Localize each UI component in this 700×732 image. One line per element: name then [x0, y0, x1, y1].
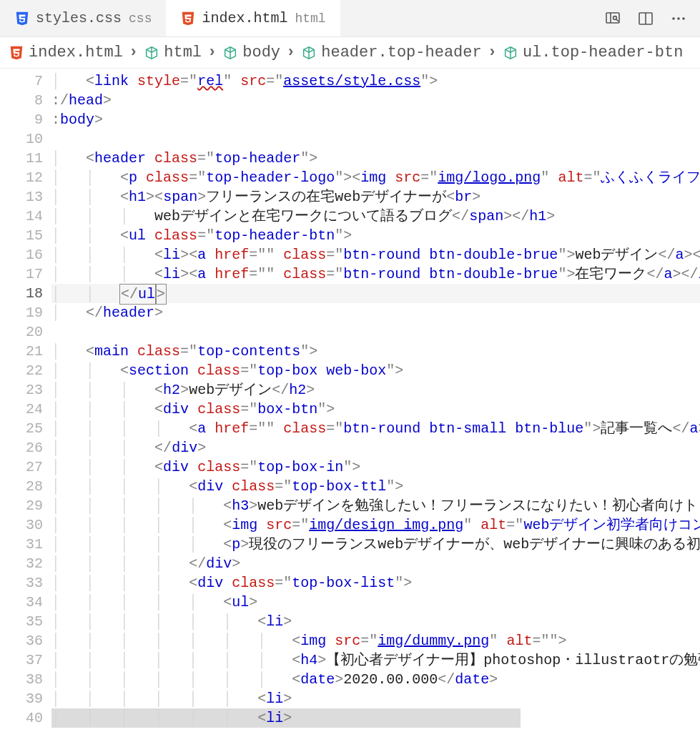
code-line[interactable]: │ │ │ webデザインと在宅ワークについて語るブログ</span></h1> — [51, 207, 700, 226]
html-file-icon — [9, 45, 24, 61]
chevron-right-icon: › — [285, 44, 297, 61]
tab-styles-css[interactable]: styles.css css — [0, 0, 166, 36]
code-line[interactable]: │ │ │ <li><a href="" class="btn-round bt… — [51, 264, 700, 284]
code-line[interactable]: │ │ │ │ │ │ <li> — [51, 708, 700, 728]
breadcrumb-label: html — [164, 44, 202, 61]
breadcrumb-item[interactable]: header.top-header — [301, 44, 481, 61]
breadcrumb-label: header.top-header — [321, 44, 481, 61]
more-actions-icon[interactable] — [670, 10, 687, 27]
breadcrumb-item[interactable]: html — [144, 44, 202, 61]
code-line[interactable]: │ </header> — [51, 303, 700, 322]
code-line[interactable]: │ │ │ │ │ │ <li> — [51, 689, 700, 708]
code-line[interactable]: │ │ │ │ │ <h3>webデザインを勉強したい！フリーランスになりたい！… — [51, 496, 700, 515]
code-line[interactable]: │ │ │ │ <div class="top-box-ttl"> — [51, 477, 700, 496]
code-line[interactable]: │ │ <section class="top-box web-box"> — [51, 361, 700, 380]
html-file-icon — [180, 11, 196, 26]
tab-bar: styles.css css index.html html — [0, 0, 700, 37]
svg-point-5 — [682, 17, 685, 20]
tab-bar-actions — [604, 0, 700, 36]
symbol-icon — [222, 45, 238, 61]
chevron-right-icon: › — [486, 44, 498, 61]
code-line[interactable]: │ │ <p class="top-header-logo"><img src=… — [51, 168, 700, 187]
tab-filename: index.html — [202, 10, 287, 26]
chevron-right-icon: › — [206, 44, 218, 61]
svg-point-4 — [677, 17, 680, 20]
code-area[interactable]: │ <link style="rel" src="assets/style.cs… — [51, 69, 700, 731]
code-line[interactable]: │ │ │ │ </div> — [51, 554, 700, 573]
line-number-gutter: 7891011121314151617181920212223242526272… — [0, 69, 51, 731]
tab-filename: styles.css — [36, 10, 122, 26]
code-line[interactable] — [51, 322, 700, 342]
code-line[interactable]: │ │ │ <div class="top-box-in"> — [51, 458, 700, 477]
open-preview-icon[interactable] — [604, 10, 621, 27]
tab-ext: css — [129, 11, 152, 26]
symbol-icon — [503, 45, 518, 61]
code-line[interactable]: │ │ <ul class="top-header-btn"> — [51, 226, 700, 245]
breadcrumb-label: body — [242, 44, 280, 61]
code-line[interactable]: │ │ │ <li><a href="" class="btn-round bt… — [51, 245, 700, 264]
code-line[interactable]: │ │ │ │ <div class="top-box-list"> — [51, 573, 700, 593]
svg-point-1 — [613, 16, 617, 19]
code-line[interactable]: │ │ │ │ │ <ul> — [51, 593, 700, 612]
code-line[interactable]: :/head> — [51, 91, 700, 110]
code-line[interactable]: │ │ │ │ │ <p>現役のフリーランスwebデザイナーが、webデザイナー… — [51, 535, 700, 554]
svg-point-3 — [672, 17, 675, 20]
breadcrumb[interactable]: index.html › html › body › header.top-he… — [0, 37, 700, 69]
code-line[interactable]: │ <main class="top-contents"> — [51, 342, 700, 361]
chevron-right-icon: › — [127, 44, 139, 61]
tab-bar-spacer — [340, 0, 604, 36]
code-line[interactable]: │ │ │ <h2>webデザイン</h2> — [51, 380, 700, 400]
tab-ext: html — [295, 11, 325, 26]
code-line[interactable]: │ │ <h1><span>フリーランスの在宅webデザイナーが<br> — [51, 187, 700, 207]
code-line[interactable]: :body> — [51, 110, 700, 129]
code-editor[interactable]: 7891011121314151617181920212223242526272… — [0, 69, 700, 731]
code-line[interactable]: │ <link style="rel" src="assets/style.cs… — [51, 71, 700, 91]
breadcrumb-label: ul.top-header-btn — [523, 44, 683, 61]
split-editor-icon[interactable] — [637, 10, 654, 27]
breadcrumb-item[interactable]: body — [222, 44, 280, 61]
code-line[interactable]: │ │ │ </div> — [51, 438, 700, 458]
css-file-icon — [14, 11, 30, 26]
tab-index-html[interactable]: index.html html — [166, 0, 340, 36]
code-line[interactable]: │ │ │ │ <a href="" class="btn-round btn-… — [51, 419, 700, 438]
code-line[interactable]: │ │ │ │ │ │ │ <date>2020.00.000</date> — [51, 670, 700, 689]
symbol-icon — [144, 45, 159, 61]
breadcrumb-item[interactable]: index.html — [9, 44, 123, 61]
code-line[interactable]: │ │ │ │ │ <img src="img/design_img.png" … — [51, 515, 700, 535]
code-line[interactable]: │ │ │ │ │ │ │ <h4>【初心者デザイナー用】photoshop・i… — [51, 651, 700, 670]
code-line[interactable]: │ │ │ │ │ │ │ <img src="img/dummy.png" a… — [51, 631, 700, 651]
code-line[interactable] — [51, 129, 700, 149]
code-line[interactable]: │ │ │ <div class="box-btn"> — [51, 400, 700, 419]
code-line[interactable]: │ <header class="top-header"> — [51, 149, 700, 168]
code-line[interactable]: │ │ │ │ │ │ <li> — [51, 612, 700, 631]
breadcrumb-item[interactable]: ul.top-header-btn — [503, 44, 683, 61]
code-line[interactable]: │ │ </ul> — [51, 284, 700, 303]
breadcrumb-label: index.html — [29, 44, 123, 61]
symbol-icon — [301, 45, 317, 61]
